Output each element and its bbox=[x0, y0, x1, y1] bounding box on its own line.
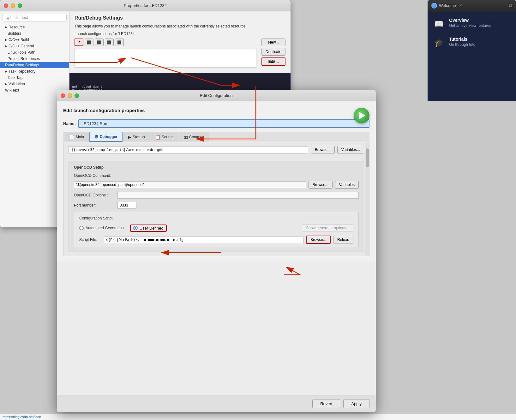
tab-source-label: Source bbox=[162, 135, 174, 139]
maximize-button[interactable] bbox=[18, 3, 22, 8]
window-controls bbox=[4, 3, 22, 8]
script-file-input[interactable] bbox=[104, 237, 303, 243]
sidebar-item-cpp-general[interactable]: ▶ C/C++ General bbox=[0, 43, 69, 49]
tab-common[interactable]: ▦ Common bbox=[179, 132, 209, 142]
dialog-window-controls bbox=[61, 93, 79, 98]
scrollbar[interactable] bbox=[365, 142, 369, 256]
reload-button[interactable]: Reload bbox=[333, 236, 353, 243]
panel-title: Run/Debug Settings bbox=[75, 15, 285, 21]
port-row: Port number: bbox=[74, 202, 359, 209]
dialog-maximize-button[interactable] bbox=[75, 93, 79, 98]
overview-title[interactable]: Overview bbox=[449, 18, 491, 23]
user-defined-option[interactable]: User Defined bbox=[130, 225, 167, 232]
dialog-title: Edit Configuration bbox=[200, 93, 232, 98]
openocd-variables-button[interactable]: Variables bbox=[335, 181, 359, 189]
welcome-tab-label[interactable]: Welcome bbox=[439, 3, 456, 8]
welcome-tab-area: Welcome ✕ bbox=[431, 3, 462, 9]
sidebar-item-label: Linux Tools Path bbox=[8, 50, 35, 55]
filter-input[interactable] bbox=[3, 14, 67, 21]
arrow-icon: ▶ bbox=[5, 45, 7, 48]
apply-button[interactable]: Apply bbox=[343, 399, 369, 408]
gdb-path-input[interactable] bbox=[69, 146, 308, 153]
welcome-content: 📖 Overview Get an overview features 🎓 Tu… bbox=[428, 11, 516, 62]
sidebar-item-builders[interactable]: Builders bbox=[0, 30, 69, 37]
bottom-url: https://blog.csdn.net/loon bbox=[0, 413, 516, 420]
arrow-icon: ▶ bbox=[5, 70, 7, 73]
script-file-row: Script File: Browse... Reload bbox=[79, 236, 353, 244]
openocd-options-input[interactable] bbox=[117, 192, 359, 199]
new-button[interactable]: New... bbox=[261, 39, 285, 46]
dialog-minimize-button[interactable] bbox=[68, 93, 72, 98]
openocd-title: OpenOCD Setup bbox=[74, 165, 359, 170]
duplicate-button[interactable]: Duplicate bbox=[261, 48, 285, 56]
edit-button[interactable]: Edit... bbox=[261, 57, 285, 66]
openocd-section: OpenOCD Setup OpenOCD Command: Browse...… bbox=[69, 161, 364, 252]
scrollbar-thumb[interactable] bbox=[366, 148, 369, 167]
arrow-icon: ▶ bbox=[5, 82, 7, 86]
tab-startup[interactable]: ▶ Startup bbox=[123, 132, 150, 142]
play-button[interactable] bbox=[354, 108, 369, 123]
openocd-command-input[interactable] bbox=[74, 181, 306, 188]
revert-button[interactable]: Revert bbox=[312, 399, 340, 408]
name-row: Name: bbox=[63, 119, 369, 128]
dialog-header-title: Edit launch configuration properties bbox=[63, 108, 369, 113]
dialog-close-button[interactable] bbox=[61, 93, 65, 98]
welcome-panel: Welcome ✕ ⧉ 📖 Overview Get an overview f… bbox=[428, 0, 516, 101]
minimize-button[interactable] bbox=[11, 3, 15, 8]
tab-source[interactable]: 📋 Source bbox=[150, 132, 178, 142]
close-icon[interactable]: ✕ bbox=[459, 3, 462, 8]
toolbar-btn-5[interactable]: ⬛ bbox=[115, 39, 124, 46]
dialog-title-bar: Edit Configuration bbox=[57, 90, 376, 101]
sidebar-item-label: Builders bbox=[8, 31, 21, 36]
startup-tab-icon: ▶ bbox=[128, 135, 131, 140]
close-button[interactable] bbox=[4, 3, 8, 8]
console-line: get halted due t bbox=[72, 85, 288, 88]
openocd-command-row: OpenOCD Command: bbox=[74, 173, 359, 178]
toolbar-btn-1[interactable]: ↺ bbox=[75, 39, 83, 46]
sidebar-item-cpp-build[interactable]: ▶ C/C++ Build bbox=[0, 37, 69, 43]
sidebar-item-run-debug[interactable]: Run/Debug Settings bbox=[0, 62, 69, 68]
toolbar-btn-2[interactable]: ⬛ bbox=[85, 39, 93, 46]
openocd-options-row: OpenOCD Options : bbox=[74, 192, 359, 199]
show-generator-button[interactable]: Show generator options... bbox=[302, 224, 353, 232]
openocd-browse-button[interactable]: Browse... bbox=[309, 181, 333, 189]
tutorials-desc: Go through tuto bbox=[449, 42, 475, 47]
sidebar-item-validation[interactable]: ▶ Validation bbox=[0, 81, 69, 87]
tab-debugger[interactable]: ⚙ Debugger bbox=[89, 132, 123, 142]
toolbar-btn-4[interactable]: ⬛ bbox=[105, 39, 114, 46]
sidebar-item-label: C/C++ General bbox=[9, 44, 34, 48]
tab-debugger-label: Debugger bbox=[100, 135, 117, 139]
gdb-browse-button[interactable]: Browse... bbox=[311, 146, 335, 153]
sidebar-item-task-repo[interactable]: ▶ Task Repository bbox=[0, 68, 69, 75]
script-browse-button[interactable]: Browse... bbox=[306, 236, 331, 244]
sidebar-item-linux-tools[interactable]: Linux Tools Path bbox=[0, 49, 69, 56]
automated-gen-radio[interactable] bbox=[79, 226, 84, 230]
config-script-title: Configuration Script bbox=[79, 216, 353, 220]
toolbar-btn-3[interactable]: ⬛ bbox=[95, 39, 104, 46]
sidebar-item-project-refs[interactable]: Project References bbox=[0, 56, 69, 62]
main-title-bar: Properties for LED1234 bbox=[0, 0, 291, 11]
gdb-variables-button[interactable]: Variables... bbox=[337, 146, 364, 153]
tutorials-text: Tutorials Go through tuto bbox=[449, 37, 475, 47]
tutorials-title[interactable]: Tutorials bbox=[449, 37, 475, 42]
automated-gen-option[interactable]: Automated Generation bbox=[79, 226, 124, 230]
globe-icon bbox=[431, 3, 437, 9]
tutorials-item: 🎓 Tutorials Go through tuto bbox=[433, 37, 511, 49]
main-tab-icon: 📄 bbox=[69, 135, 75, 140]
restore-icon[interactable]: ⧉ bbox=[509, 3, 512, 8]
port-input[interactable] bbox=[117, 202, 136, 209]
name-input[interactable] bbox=[78, 119, 369, 128]
name-label: Name: bbox=[63, 121, 76, 126]
edit-dialog: Edit Configuration Edit launch configura… bbox=[57, 90, 376, 412]
sidebar-item-resource[interactable]: ▶ Resource bbox=[0, 24, 69, 30]
script-file-label: Script File: bbox=[79, 237, 101, 242]
overview-text: Overview Get an overview features bbox=[449, 18, 491, 28]
panel-desc: This page allows you to manage launch co… bbox=[75, 23, 285, 29]
user-defined-radio[interactable] bbox=[133, 226, 138, 230]
config-list[interactable] bbox=[75, 49, 256, 68]
tab-main[interactable]: 📄 Main bbox=[64, 132, 89, 142]
openocd-command-input-row: Browse... Variables bbox=[74, 181, 359, 189]
sidebar-item-task-tags[interactable]: Task Tags bbox=[0, 75, 69, 81]
overview-desc: Get an overview features bbox=[449, 23, 491, 28]
automated-gen-label: Automated Generation bbox=[86, 226, 124, 230]
